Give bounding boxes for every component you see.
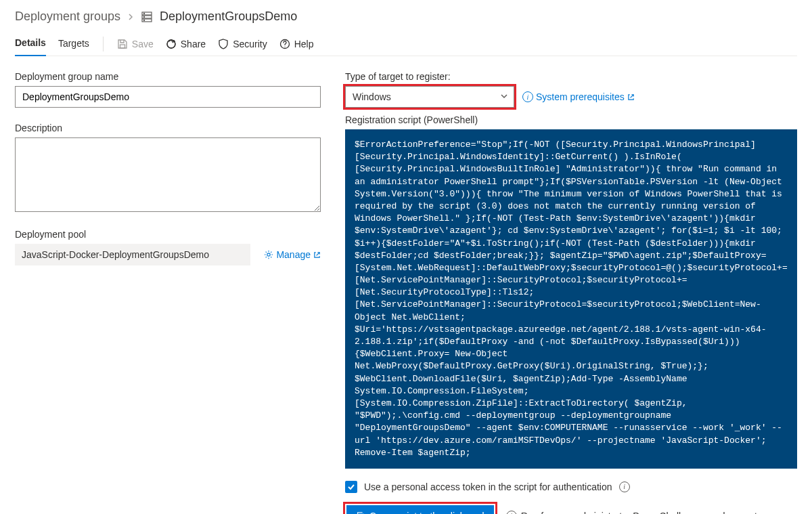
svg-point-5 [143,20,144,20]
pat-checkbox[interactable] [345,481,357,493]
divider [103,37,104,51]
svg-point-4 [143,16,144,17]
prereq-label: System prerequisites [536,91,625,102]
run-note: i Run from an administrator PowerShell c… [506,511,757,514]
registration-script[interactable]: $ErrorActionPreference="Stop";If(-NOT ([… [345,129,797,469]
breadcrumb: Deployment groups DeploymentGroupsDemo [15,9,797,24]
svg-point-8 [284,46,285,47]
system-prerequisites-link[interactable]: i System prerequisites [522,91,635,102]
info-icon: i [506,511,517,514]
target-type-value: Windows [353,91,391,102]
pool-value: JavaScript-Docker-DeploymentGroupsDemo [15,244,250,265]
copy-icon [356,511,365,514]
tab-targets[interactable]: Targets [58,33,89,56]
help-label: Help [294,39,314,49]
tab-bar: Details Targets Save Share Security [15,32,797,56]
run-note-text: Run from an administrator PowerShell com… [521,511,757,514]
security-label: Security [233,39,267,49]
check-icon [347,483,355,491]
gear-icon [264,250,273,259]
breadcrumb-current: DeploymentGroupsDemo [160,9,297,24]
info-icon: i [522,91,533,102]
target-type-select[interactable]: Windows [345,86,514,108]
breadcrumb-parent[interactable]: Deployment groups [15,9,120,24]
chevron-down-icon [500,91,508,102]
name-label: Deployment group name [15,71,321,82]
share-label: Share [181,39,206,49]
description-label: Description [15,123,321,133]
script-label: Registration script (PowerShell) [345,114,797,125]
security-button[interactable]: Security [218,39,267,49]
svg-point-3 [143,13,144,14]
save-button: Save [117,39,154,49]
info-icon[interactable]: i [619,481,630,492]
external-link-icon [627,93,635,101]
manage-label: Manage [276,249,311,260]
target-type-label: Type of target to register: [345,71,797,82]
share-button[interactable]: Share [166,39,206,49]
copy-script-label: Copy script to the clipboard [369,511,484,514]
server-group-icon [141,11,153,23]
help-button[interactable]: Help [279,39,314,49]
svg-point-9 [267,253,270,256]
chevron-right-icon [127,9,134,24]
description-input[interactable] [15,137,321,212]
manage-link[interactable]: Manage [264,249,321,260]
tab-details[interactable]: Details [15,32,46,56]
external-link-icon [313,251,321,259]
pat-label: Use a personal access token in the scrip… [364,481,612,492]
pool-label: Deployment pool [15,229,321,240]
svg-rect-6 [120,45,125,48]
save-label: Save [132,39,154,49]
name-input[interactable] [15,86,321,108]
copy-script-button[interactable]: Copy script to the clipboard [346,505,494,514]
